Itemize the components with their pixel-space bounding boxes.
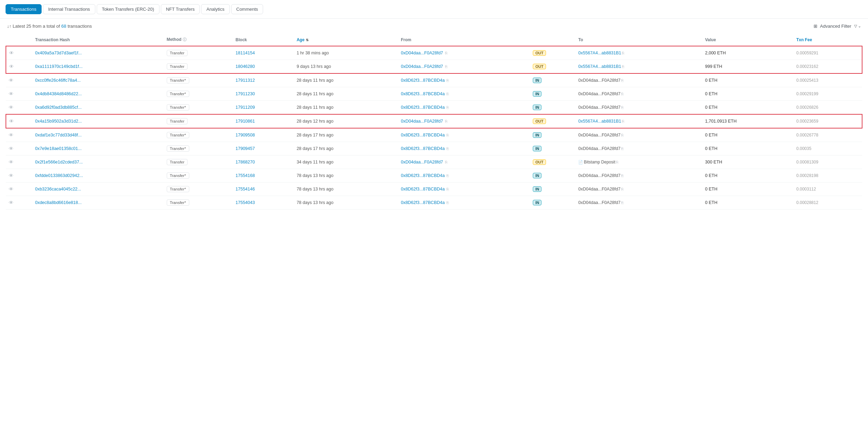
copy-from-icon[interactable]: ⎘ bbox=[446, 147, 449, 151]
copy-to-icon[interactable]: ⎘ bbox=[621, 105, 624, 109]
tx-hash-link[interactable]: 0x4a15b9502a3d31d2... bbox=[35, 119, 82, 124]
col-header-age[interactable]: Age ⇅ bbox=[294, 34, 398, 46]
age-text: 28 days 11 hrs ago bbox=[297, 78, 333, 83]
to-address[interactable]: 0xD04daa...F0A28fd7 bbox=[578, 200, 620, 205]
copy-to-icon[interactable]: ⎘ bbox=[622, 51, 624, 55]
tab-nft-transfers[interactable]: NFT Transfers bbox=[161, 4, 200, 14]
eye-icon[interactable]: 👁 bbox=[9, 186, 14, 192]
from-address[interactable]: 0xD04daa...F0A28fd7 bbox=[401, 64, 443, 69]
advanced-filter-label[interactable]: Advanced Filter bbox=[820, 24, 851, 29]
to-address[interactable]: 0xD04daa...F0A28fd7 bbox=[578, 146, 620, 151]
sort-icon[interactable]: ⇅ bbox=[306, 38, 309, 42]
copy-to-icon[interactable]: ⎘ bbox=[621, 133, 624, 137]
from-address[interactable]: 0xD04daa...F0A28fd7 bbox=[401, 119, 443, 124]
from-address[interactable]: 0x8D62f3...87BCBD4a bbox=[401, 78, 444, 83]
eye-icon[interactable]: 👁 bbox=[9, 91, 14, 97]
block-link[interactable]: 17911312 bbox=[236, 78, 255, 83]
copy-to-icon[interactable]: ⎘ bbox=[621, 147, 624, 151]
block-link[interactable]: 18046280 bbox=[236, 64, 255, 69]
copy-from-icon[interactable]: ⎘ bbox=[445, 160, 448, 164]
from-address[interactable]: 0x8D62f3...87BCBD4a bbox=[401, 133, 444, 137]
eye-icon[interactable]: 👁 bbox=[9, 50, 14, 56]
tx-hash-link[interactable]: 0xdaf1e3c77dd33d48f... bbox=[35, 133, 81, 137]
tx-hash-link[interactable]: 0xa1111970c149cbd1f... bbox=[35, 64, 83, 69]
block-link[interactable]: 17554146 bbox=[236, 187, 255, 192]
tab-analytics[interactable]: Analytics bbox=[201, 4, 229, 14]
from-address[interactable]: 0xD04daa...F0A28fd7 bbox=[401, 51, 443, 55]
block-link[interactable]: 17909457 bbox=[236, 146, 255, 151]
from-address[interactable]: 0x8D62f3...87BCBD4a bbox=[401, 146, 444, 151]
tx-hash-link[interactable]: 0xdec8a8bd6616e818... bbox=[35, 200, 81, 205]
copy-to-icon[interactable]: ⎘ bbox=[621, 187, 624, 191]
tx-hash-link[interactable]: 0xcc0ffe26c46ffc78a4... bbox=[35, 78, 81, 83]
tx-hash-link[interactable]: 0x4db84384d8486d22... bbox=[35, 91, 82, 96]
from-address[interactable]: 0x8D62f3...87BCBD4a bbox=[401, 173, 444, 178]
from-address[interactable]: 0x8D62f3...87BCBD4a bbox=[401, 91, 444, 96]
eye-icon[interactable]: 👁 bbox=[9, 64, 14, 69]
eye-icon[interactable]: 👁 bbox=[9, 105, 14, 110]
copy-to-icon[interactable]: ⎘ bbox=[621, 201, 624, 205]
copy-from-icon[interactable]: ⎘ bbox=[445, 119, 448, 123]
copy-from-icon[interactable]: ⎘ bbox=[446, 201, 449, 205]
col-header-dir bbox=[530, 34, 575, 46]
tx-hash-link[interactable]: 0x7e9e18ae01358c01... bbox=[35, 146, 81, 151]
tx-hash-link[interactable]: 0x2f1e566e1d2cded37... bbox=[35, 160, 83, 165]
to-address[interactable]: 0xD04daa...F0A28fd7 bbox=[578, 91, 620, 96]
tx-hash-link[interactable]: 0xa6d92f0ad3db885cf... bbox=[35, 105, 81, 110]
tx-hash-link[interactable]: 0xb3236caca4045c22... bbox=[35, 187, 81, 192]
eye-icon[interactable]: 👁 bbox=[9, 200, 14, 205]
to-address[interactable]: 0xD04daa...F0A28fd7 bbox=[578, 133, 620, 137]
tx-hash-link[interactable]: 0x409a5a73d7d3aef1f... bbox=[35, 51, 82, 55]
tab-internal-transactions[interactable]: Internal Transactions bbox=[43, 4, 95, 14]
copy-from-icon[interactable]: ⎘ bbox=[446, 78, 449, 82]
copy-from-icon[interactable]: ⎘ bbox=[446, 105, 449, 109]
col-header-txn-fee[interactable]: Txn Fee bbox=[793, 34, 862, 46]
eye-icon[interactable]: 👁 bbox=[9, 159, 14, 165]
copy-to-icon[interactable]: ⎘ bbox=[616, 160, 618, 164]
value-cell: 300 ETH bbox=[702, 156, 793, 169]
tab-transactions[interactable]: Transactions bbox=[6, 4, 42, 14]
to-address[interactable]: 0x5567A4...ab8831B1 bbox=[578, 51, 621, 55]
eye-icon[interactable]: 👁 bbox=[9, 173, 14, 178]
from-address[interactable]: 0x8D62f3...87BCBD4a bbox=[401, 105, 444, 110]
block-link[interactable]: 17554168 bbox=[236, 173, 255, 178]
copy-to-icon[interactable]: ⎘ bbox=[621, 92, 624, 96]
copy-from-icon[interactable]: ⎘ bbox=[446, 174, 449, 178]
tab-token-transfers[interactable]: Token Transfers (ERC-20) bbox=[97, 4, 159, 14]
block-link[interactable]: 18114154 bbox=[236, 51, 255, 55]
block-link[interactable]: 17909508 bbox=[236, 133, 255, 137]
from-address[interactable]: 0xD04daa...F0A28fd7 bbox=[401, 160, 443, 165]
to-address[interactable]: 0x5567A4...ab8831B1 bbox=[578, 119, 621, 124]
copy-to-icon[interactable]: ⎘ bbox=[622, 119, 624, 123]
copy-from-icon[interactable]: ⎘ bbox=[446, 133, 449, 137]
copy-to-icon[interactable]: ⎘ bbox=[622, 64, 624, 69]
tab-comments[interactable]: Comments bbox=[231, 4, 263, 14]
copy-from-icon[interactable]: ⎘ bbox=[446, 92, 449, 96]
to-address[interactable]: 0xD04daa...F0A28fd7 bbox=[578, 173, 620, 178]
to-address[interactable]: 0xD04daa...F0A28fd7 bbox=[578, 187, 620, 192]
to-address[interactable]: 0xD04daa...F0A28fd7 bbox=[578, 105, 620, 110]
copy-to-icon[interactable]: ⎘ bbox=[621, 174, 624, 178]
from-address[interactable]: 0x8D62f3...87BCBD4a bbox=[401, 187, 444, 192]
to-address[interactable]: 0x5567A4...ab8831B1 bbox=[578, 64, 621, 69]
filter-controls[interactable]: ⊞ Advanced Filter ▽ ⌄ bbox=[814, 24, 861, 29]
filter-dropdown-icon[interactable]: ▽ ⌄ bbox=[854, 24, 861, 28]
block-link[interactable]: 17554043 bbox=[236, 200, 255, 205]
block-link[interactable]: 17910861 bbox=[236, 119, 255, 124]
copy-from-icon[interactable]: ⎘ bbox=[446, 187, 449, 191]
copy-to-icon[interactable]: ⎘ bbox=[621, 78, 624, 82]
eye-icon[interactable]: 👁 bbox=[9, 146, 14, 151]
help-icon[interactable]: ⓘ bbox=[183, 37, 186, 42]
to-address[interactable]: 0xD04daa...F0A28fd7 bbox=[578, 78, 620, 83]
eye-icon[interactable]: 👁 bbox=[9, 78, 14, 83]
eye-icon[interactable]: 👁 bbox=[9, 118, 14, 124]
copy-from-icon[interactable]: ⎘ bbox=[445, 51, 448, 55]
block-link[interactable]: 17911209 bbox=[236, 105, 255, 110]
from-address[interactable]: 0x8D62f3...87BCBD4a bbox=[401, 200, 444, 205]
block-link[interactable]: 17868270 bbox=[236, 160, 255, 165]
block-link[interactable]: 17911230 bbox=[236, 91, 255, 96]
copy-from-icon[interactable]: ⎘ bbox=[445, 64, 448, 69]
summary-count[interactable]: 68 bbox=[61, 24, 66, 29]
tx-hash-link[interactable]: 0xfdde0133863d02942... bbox=[35, 173, 83, 178]
eye-icon[interactable]: 👁 bbox=[9, 132, 14, 138]
